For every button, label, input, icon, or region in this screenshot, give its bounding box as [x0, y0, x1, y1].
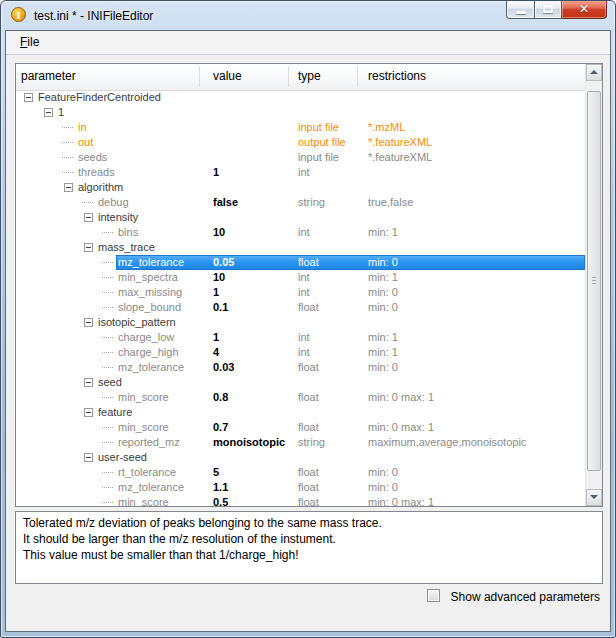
param-name: slope_bound: [118, 300, 181, 315]
tree-branch-icon: [102, 337, 113, 338]
tree-row[interactable]: seedsinput file*.featureXML: [16, 150, 585, 165]
collapse-expander-icon[interactable]: [24, 93, 33, 102]
close-icon: [562, 0, 606, 18]
column-header-restrictions[interactable]: restrictions: [368, 69, 426, 83]
tree-row[interactable]: max_missing1intmin: 0: [16, 285, 585, 300]
tree-row[interactable]: user-seed: [16, 450, 585, 465]
titlebar[interactable]: I test.ini * - INIFileEditor: [1, 1, 615, 30]
collapse-expander-icon[interactable]: [84, 453, 93, 462]
tree-row[interactable]: min_score0.8floatmin: 0 max: 1: [16, 390, 585, 405]
param-value[interactable]: 1: [213, 330, 219, 345]
parameter-table: parameter value type restrictions Featur…: [15, 63, 603, 507]
tree-row[interactable]: min_score0.5floatmin: 0 max: 1: [16, 495, 585, 506]
menu-file[interactable]: File: [14, 33, 45, 51]
param-name: charge_low: [118, 330, 174, 345]
tree-branch-icon: [62, 127, 73, 128]
tree-row[interactable]: mz_tolerance1.1floatmin: 0: [16, 480, 585, 495]
tree-row[interactable]: min_spectra10intmin: 1: [16, 270, 585, 285]
param-name: min_spectra: [118, 270, 178, 285]
collapse-expander-icon[interactable]: [84, 378, 93, 387]
scrollbar-thumb[interactable]: [587, 91, 601, 471]
tree-row[interactable]: threads1int: [16, 165, 585, 180]
tree-row[interactable]: min_score0.7floatmin: 0 max: 1: [16, 420, 585, 435]
tree-branch-icon: [102, 292, 113, 293]
param-restrictions: min: 1: [368, 270, 398, 285]
param-type: output file: [298, 135, 346, 150]
param-name: debug: [98, 195, 129, 210]
tree-branch-icon: [102, 262, 113, 263]
column-header-value[interactable]: value: [213, 69, 242, 83]
column-resize-handle[interactable]: [357, 67, 358, 87]
collapse-expander-icon[interactable]: [84, 243, 93, 252]
column-header-type[interactable]: type: [298, 69, 321, 83]
param-value[interactable]: 4: [213, 345, 219, 360]
collapse-expander-icon[interactable]: [84, 408, 93, 417]
tree-row[interactable]: intensity: [16, 210, 585, 225]
tree-row[interactable]: slope_bound0.1floatmin: 0: [16, 300, 585, 315]
scroll-down-button[interactable]: [586, 489, 602, 506]
show-advanced-checkbox[interactable]: [427, 589, 440, 602]
scroll-up-button[interactable]: [586, 64, 602, 81]
param-value[interactable]: monoisotopic: [213, 435, 285, 450]
param-value[interactable]: 0.5: [213, 495, 228, 506]
app-icon: I: [11, 7, 26, 22]
tree-branch-icon: [102, 487, 113, 488]
tree-branch-icon: [102, 232, 113, 233]
tree-row[interactable]: charge_high4intmin: 1: [16, 345, 585, 360]
tree-row[interactable]: seed: [16, 375, 585, 390]
tree-row[interactable]: debugfalsestringtrue,false: [16, 195, 585, 210]
param-value[interactable]: 0.8: [213, 390, 228, 405]
tree-row[interactable]: algorithm: [16, 180, 585, 195]
param-restrictions: maximum,average,monoisotopic: [368, 435, 526, 450]
param-name: bins: [118, 225, 138, 240]
tree-row[interactable]: mz_tolerance0.05floatmin: 0: [16, 255, 585, 270]
description-line: It should be larger than the m/z resolut…: [23, 531, 595, 547]
param-restrictions: min: 1: [368, 225, 398, 240]
minimize-button[interactable]: [506, 0, 535, 19]
tree-row[interactable]: ininput file*.mzML: [16, 120, 585, 135]
collapse-expander-icon[interactable]: [84, 213, 93, 222]
tree-row[interactable]: 1: [16, 105, 585, 120]
tree-row[interactable]: bins10intmin: 1: [16, 225, 585, 240]
param-type: input file: [298, 120, 339, 135]
param-restrictions: min: 0: [368, 360, 398, 375]
tree-row[interactable]: rt_tolerance5floatmin: 0: [16, 465, 585, 480]
param-restrictions: min: 0: [368, 480, 398, 495]
param-value[interactable]: 10: [213, 270, 225, 285]
param-name: min_score: [118, 420, 169, 435]
column-header-parameter[interactable]: parameter: [21, 69, 76, 83]
param-value[interactable]: 0.03: [213, 360, 234, 375]
param-value[interactable]: 0.7: [213, 420, 228, 435]
param-value[interactable]: 1.1: [213, 480, 228, 495]
tree-row[interactable]: charge_low1intmin: 1: [16, 330, 585, 345]
collapse-expander-icon[interactable]: [64, 183, 73, 192]
tree-row[interactable]: feature: [16, 405, 585, 420]
tree-row[interactable]: outoutput file*.featureXML: [16, 135, 585, 150]
tree-row[interactable]: isotopic_pattern: [16, 315, 585, 330]
param-restrictions: min: 0 max: 1: [368, 390, 434, 405]
param-restrictions: true,false: [368, 195, 413, 210]
tree-row[interactable]: reported_mzmonoisotopicstringmaximum,ave…: [16, 435, 585, 450]
param-value[interactable]: 1: [213, 165, 219, 180]
collapse-expander-icon[interactable]: [84, 318, 93, 327]
vertical-scrollbar[interactable]: [585, 64, 602, 506]
collapse-expander-icon[interactable]: [44, 108, 53, 117]
param-value[interactable]: 0.05: [213, 255, 234, 270]
tree-row[interactable]: mass_trace: [16, 240, 585, 255]
tree-branch-icon: [102, 352, 113, 353]
column-resize-handle[interactable]: [199, 67, 200, 87]
param-value[interactable]: 1: [213, 285, 219, 300]
param-value[interactable]: 10: [213, 225, 225, 240]
param-value[interactable]: false: [213, 195, 238, 210]
column-resize-handle[interactable]: [288, 67, 289, 87]
tree-row[interactable]: FeatureFinderCentroided: [16, 90, 585, 105]
arrow-down-icon: [590, 495, 598, 499]
param-type: int: [298, 225, 310, 240]
selection-highlight: [116, 255, 585, 270]
maximize-button[interactable]: [535, 0, 562, 19]
param-value[interactable]: 5: [213, 465, 219, 480]
close-button[interactable]: [562, 0, 607, 19]
tree-row[interactable]: mz_tolerance0.03floatmin: 0: [16, 360, 585, 375]
param-value[interactable]: 0.1: [213, 300, 228, 315]
param-type: float: [298, 255, 319, 270]
